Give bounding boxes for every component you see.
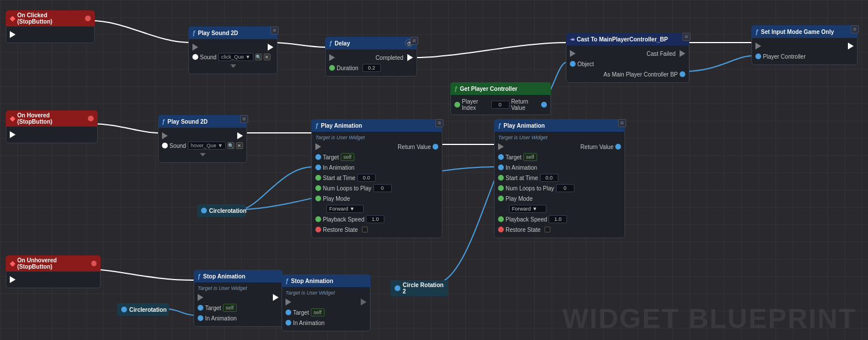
playback-speed-input[interactable] [549,215,567,223]
corner-icon: ⊞ [618,119,626,127]
node-title: Play Animation [504,123,545,129]
exec-in [315,143,321,150]
node-header: ƒ Stop Animation [281,274,371,287]
browse-btn[interactable]: 🔍 [255,54,262,60]
play-mode-dropdown[interactable]: Forward ▼ [509,205,546,213]
target-row: Target self [194,303,282,313]
self-badge: self [341,153,354,161]
sound-row: Sound click_Que ▼ 🔍 ✕ [189,52,277,62]
as-main-row: As Main Player Controller BP [566,69,689,79]
var-pin [395,285,400,291]
node-header: ƒ Set Input Mode Game Only [751,25,858,38]
circlerotation-var: Circlerotation [197,204,246,217]
node-header: Circlerotation [117,303,169,316]
num-loops-pin [498,185,504,191]
restore-state-pin [315,227,321,232]
play-mode-dropdown[interactable]: Forward ▼ [326,205,364,213]
node-title: Get Player Controller [460,86,518,92]
player-index-input[interactable] [491,101,510,109]
event-header: ◆ On Unhovered (StopButton) [6,255,101,272]
corner-icon: ⊞ [682,33,690,41]
cast-failed-pin [680,50,685,57]
exec-in [498,143,504,150]
num-loops-input[interactable] [556,184,574,192]
num-loops-row: Num Loops to Play [312,183,442,193]
target-pin [286,310,291,315]
restore-state-checkbox[interactable] [362,227,368,232]
browse-btn[interactable]: 🔍 [227,142,234,149]
return-pin [615,144,621,150]
playback-speed-input[interactable] [366,215,384,223]
start-time-input[interactable] [540,174,558,182]
delay-node: ⊞ ƒ Delay ◔ Completed Duration [325,37,417,77]
self-badge: self [223,304,237,312]
stop-animation-1: ƒ Stop Animation Target is User Widget T… [194,270,283,327]
node-header: ƒ Play Animation [311,119,442,132]
exec-in [329,54,335,61]
exec-out-pin [10,131,16,138]
play-mode-dropdown-row[interactable]: Forward ▼ [495,204,624,214]
clear-btn[interactable]: ✕ [236,142,243,149]
event-title: On Clicked (StopButton) [17,12,83,25]
play-sound-2d-1: ⊞ ƒ Play Sound 2D Sound click_Que ▼ 🔍 ✕ [188,26,277,74]
exec-in [755,43,761,49]
start-time-input[interactable] [357,174,376,182]
get-player-controller: ƒ Get Player Controller Player Index Ret… [450,82,551,115]
playback-speed-pin [315,216,321,222]
start-time-row: Start at Time [495,173,624,183]
play-mode-row: Play Mode [312,193,442,204]
node-subtitle: Target is User Widget [194,285,282,292]
self-badge: self [523,153,537,161]
expand-arrow[interactable] [230,64,236,68]
on-clicked-event: ◆ On Clicked (StopButton) [6,10,95,43]
node-header: ƒ Delay ◔ [325,37,417,49]
duration-input[interactable] [362,64,381,72]
clear-btn[interactable]: ✕ [264,54,271,60]
playback-speed-row: Playback Speed [312,214,442,224]
sound-pin [162,143,168,148]
sound-row: Sound hover_Que ▼ 🔍 ✕ [159,141,246,150]
player-index-row: Player Index Return Value [451,98,550,112]
in-anim-pin [198,315,203,321]
var-label: Circle Rotation 2 [403,282,444,295]
node-title: Stop Animation [291,278,334,284]
sound-value: hover_Que ▼ [188,142,226,150]
circlerotation-2-var: Circlerotation [117,303,169,316]
object-pin [570,61,576,67]
expand-arrow[interactable] [200,153,206,156]
stop-animation-2: ƒ Stop Animation Target is User Widget T… [281,274,371,331]
play-mode-pin [498,196,504,201]
cast-to-main-player-controller: ⊞ ↠ Cast To MainPlayerController_BP Cast… [566,33,689,83]
node-header: Circle Rotation 2 [391,280,448,296]
target-pin [315,154,321,160]
target-pin [498,154,504,160]
target-pin [198,305,203,311]
duration-pin [329,65,335,71]
exec-in [162,132,168,139]
return-pin [433,144,438,150]
on-hovered-event: ◆ On Hovered (StopButton) [6,110,98,143]
event-title: On Unhovered (StopButton) [17,257,89,270]
return-value-pin [541,102,547,108]
event-title: On Hovered (StopButton) [17,112,86,125]
in-anim-pin [498,165,504,170]
exec-out-pin [10,31,16,38]
exec-out [848,43,854,49]
num-loops-input[interactable] [373,184,392,192]
exec-out [407,54,413,61]
corner-icon: ⊞ [410,37,418,45]
set-input-mode-game-only: ⊞ ƒ Set Input Mode Game Only Player Cont… [751,25,858,65]
in-anim-pin [286,320,291,326]
var-pin [201,208,207,213]
restore-state-checkbox[interactable] [545,227,550,232]
node-title: Set Input Mode Game Only [761,29,834,35]
exec-out [273,294,279,301]
exec-in [570,50,576,57]
event-header: ◆ On Clicked (StopButton) [6,10,95,26]
node-header: Circlerotation [197,204,246,217]
as-main-pin [680,71,685,77]
node-title: Play Sound 2D [198,30,238,36]
play-mode-dropdown-row[interactable]: Forward ▼ [312,204,442,214]
target-row: Target self [312,152,442,162]
in-anim-row: In Animation [282,318,370,328]
